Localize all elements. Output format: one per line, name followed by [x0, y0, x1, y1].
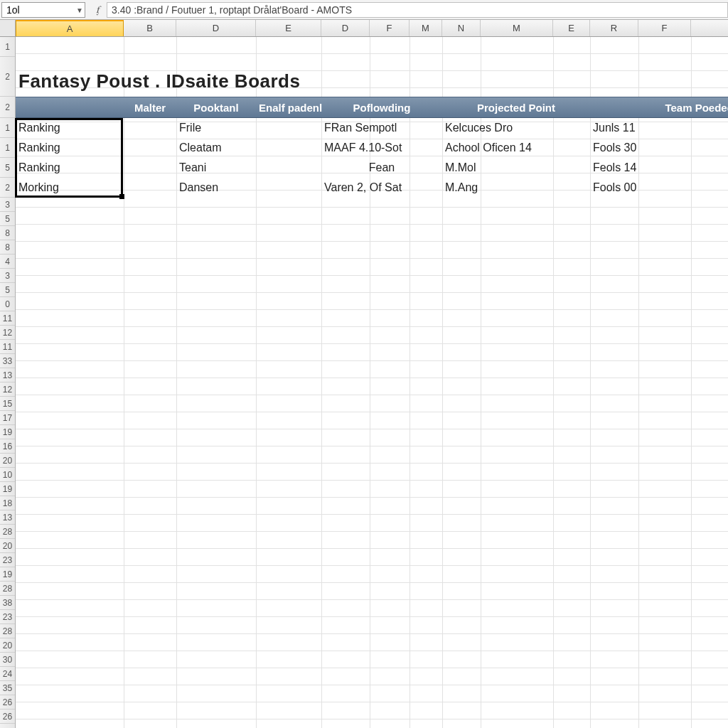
page-title: Fantasy Poust . IDsaite Boards	[16, 57, 728, 97]
cell[interactable]: MAAF 4.10-Sot	[321, 141, 442, 154]
table-row[interactable]: Ranking Frile FRan Sempotl Kelcuces Dro …	[16, 118, 728, 138]
row-header[interactable]: 28	[0, 624, 15, 638]
name-box-value: 1ol	[6, 4, 20, 16]
cell[interactable]: Achool Oficen 14	[442, 141, 590, 154]
table-row[interactable]: Morking Dansen Varen 2, Of Sat M.Ang Foo…	[16, 178, 728, 198]
col-label: A	[67, 23, 73, 34]
row-num: 20	[3, 456, 12, 466]
col-label: E	[285, 23, 291, 33]
row-header[interactable]: 19	[0, 567, 15, 582]
fx-icon[interactable]: ᶂ	[88, 4, 107, 16]
row-header[interactable]: 3	[0, 198, 15, 212]
row-header[interactable]: 24	[0, 667, 15, 681]
cell[interactable]: Fools 30	[590, 141, 728, 154]
col-header[interactable]: D	[176, 20, 256, 36]
worksheet[interactable]: 1 2 2 1 1 5 2 35884350111211331312151719…	[0, 37, 728, 728]
col-header[interactable]: N	[442, 20, 481, 36]
row-header[interactable]: 0	[0, 297, 15, 311]
row-header[interactable]: 33	[0, 354, 15, 368]
row-header[interactable]: 19	[0, 482, 15, 496]
row-header[interactable]: 4	[0, 255, 15, 269]
row-header[interactable]: 35	[0, 681, 15, 695]
row-header[interactable]: 1	[0, 118, 15, 138]
col-label: D	[213, 23, 219, 33]
row-header[interactable]: 20	[0, 539, 15, 553]
cell[interactable]: FRan Sempotl	[321, 122, 442, 134]
row-header[interactable]: 8	[0, 226, 15, 240]
row-header[interactable]: 5	[0, 158, 15, 178]
cell[interactable]: Fools 00	[590, 181, 728, 194]
fx-label: ᶂ	[96, 4, 100, 15]
row-header[interactable]: 18	[0, 496, 15, 510]
row-header[interactable]: 13	[0, 510, 15, 525]
row-header[interactable]: 10	[0, 468, 15, 482]
formula-bar: 1ol ▼ ᶂ 3.40 :Brand / Foutuer 1, roptapt…	[0, 0, 728, 20]
row-header[interactable]: 38	[0, 596, 15, 610]
row-header[interactable]: 26	[0, 695, 15, 710]
col-label: R	[611, 23, 617, 33]
cell[interactable]: Varen 2, Of Sat	[321, 181, 442, 194]
chevron-down-icon[interactable]: ▼	[76, 6, 83, 14]
cell[interactable]: Ranking	[16, 141, 124, 154]
col-header[interactable]: M	[410, 20, 442, 36]
row-header[interactable]: 23	[0, 553, 15, 567]
row-header[interactable]: 5	[0, 212, 15, 226]
row-header[interactable]: 2	[0, 97, 15, 118]
table-row[interactable]: Ranking Teani Fean M.Mol Feols 14	[16, 158, 728, 178]
row-header[interactable]: 11	[0, 340, 15, 354]
row-header[interactable]: 20	[0, 454, 15, 468]
row-header[interactable]: 16	[0, 439, 15, 454]
col-header[interactable]: M	[481, 20, 553, 36]
name-box[interactable]: 1ol ▼	[1, 2, 85, 18]
cell[interactable]: M.Ang	[442, 181, 590, 194]
cell[interactable]: M.Mol	[442, 161, 590, 174]
row-header[interactable]: 23	[0, 610, 15, 624]
row-header[interactable]: 1	[0, 138, 15, 158]
cell[interactable]: Kelcuces Dro	[442, 122, 590, 134]
row-num: 20	[3, 541, 12, 551]
formula-input[interactable]: 3.40 :Brand / Foutuer 1, roptapt Drålat'…	[107, 2, 728, 18]
cell[interactable]: Morking	[16, 181, 124, 194]
col-header[interactable]: B	[124, 20, 176, 36]
col-header[interactable]	[691, 20, 728, 36]
row-header[interactable]: 11	[0, 311, 15, 326]
row-num: 33	[3, 356, 12, 366]
table-row[interactable]: Ranking Cleatam MAAF 4.10-Sot Achool Ofi…	[16, 138, 728, 158]
row-header[interactable]: 17	[0, 411, 15, 425]
row-header[interactable]: 26	[0, 710, 15, 724]
row-header[interactable]: 15	[0, 397, 15, 411]
col-header[interactable]: A	[16, 20, 124, 36]
row-header[interactable]: 12	[0, 382, 15, 397]
col-header[interactable]: D	[321, 20, 370, 36]
col-header[interactable]: F	[370, 20, 410, 36]
cell[interactable]: Ranking	[16, 161, 124, 174]
row-header[interactable]: 19	[0, 425, 15, 439]
cell[interactable]: Cleatam	[176, 141, 256, 154]
row-num: 1	[5, 123, 10, 133]
cells-area[interactable]: Fantasy Poust . IDsaite Boards Malter Po…	[16, 37, 728, 728]
row-header[interactable]: 1	[0, 37, 15, 57]
row-header[interactable]: 2	[0, 57, 15, 97]
cell[interactable]: Ranking	[16, 122, 124, 134]
cell[interactable]: Feols 14	[590, 161, 728, 174]
col-header[interactable]: R	[590, 20, 638, 36]
row-header[interactable]: 8	[0, 240, 15, 255]
row-header[interactable]: 2	[0, 178, 15, 198]
cell[interactable]: Dansen	[176, 181, 256, 194]
row-header[interactable]: 13	[0, 368, 15, 382]
row-header[interactable]: 3	[0, 269, 15, 283]
col-header[interactable]: E	[256, 20, 321, 36]
cell[interactable]: Fean	[321, 161, 442, 174]
row-header[interactable]: 28	[0, 525, 15, 539]
row-header[interactable]: 12	[0, 326, 15, 340]
row-header[interactable]: 30	[0, 653, 15, 667]
cell[interactable]: Frile	[176, 122, 256, 134]
col-header[interactable]: E	[553, 20, 590, 36]
row-header[interactable]: 5	[0, 283, 15, 297]
row-header[interactable]: 28	[0, 582, 15, 596]
select-all-corner[interactable]	[0, 20, 16, 36]
cell[interactable]: Junls 11	[590, 122, 728, 134]
cell[interactable]: Teani	[176, 161, 256, 174]
col-header[interactable]: F	[638, 20, 691, 36]
row-header[interactable]: 20	[0, 638, 15, 653]
